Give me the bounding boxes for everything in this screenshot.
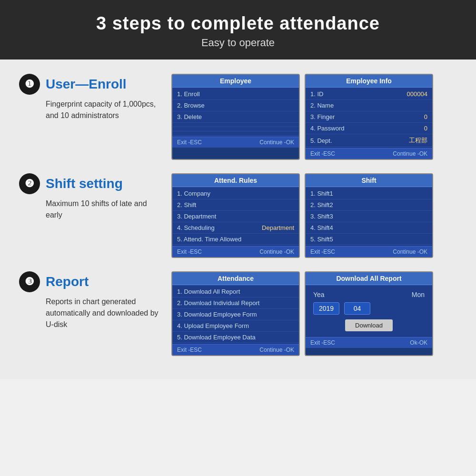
footer-right-label: Continue -OK bbox=[259, 139, 294, 146]
step-row-1: ❶User—EnrollFingerprint capacity of 1,00… bbox=[19, 74, 457, 160]
screen-footer-3-1: Exit -ESCContinue -OK bbox=[172, 344, 299, 355]
screen-row-item: 1. Shift1 bbox=[306, 188, 432, 199]
screen-row-item: 3. Delete bbox=[172, 111, 299, 123]
screen-row-item: 4. Upload Employee Form bbox=[172, 320, 299, 332]
screen-row-label: 1. Company bbox=[177, 190, 294, 197]
screen-row-label: 5. Shift5 bbox=[310, 236, 427, 243]
screen-body-1-1: 1. Enroll2. Browse3. Delete bbox=[172, 88, 299, 137]
screen-row-label: 4. Shift4 bbox=[310, 224, 427, 231]
footer-right-label: Ok-OK bbox=[410, 339, 427, 346]
step-title-3: Report bbox=[46, 274, 89, 289]
screen-body-1-2: 1. ID0000042. Name3. Finger04. Password0… bbox=[306, 88, 432, 148]
step-screens-1: Employee1. Enroll2. Browse3. DeleteExit … bbox=[171, 74, 457, 160]
screen-row-item: 2. Shift2 bbox=[306, 199, 432, 211]
screen-row-item: 3. Download Employee Form bbox=[172, 309, 299, 320]
page-header: 3 steps to complete attendance Easy to o… bbox=[0, 0, 476, 60]
screen-row-item: 2. Shift bbox=[172, 199, 299, 211]
footer-left-label: Exit -ESC bbox=[177, 248, 202, 255]
screen-row-label: 3. Finger bbox=[310, 113, 424, 120]
download-fields-row: 201904 bbox=[313, 302, 425, 315]
screen-row-item bbox=[172, 123, 299, 127]
screen-header-3-1: Attendance bbox=[172, 272, 299, 285]
screen-row-item bbox=[172, 127, 299, 131]
footer-right-label: Continue -OK bbox=[259, 347, 294, 353]
screen-row-label: 2. Browse bbox=[177, 102, 294, 109]
screen-row-item: 2. Download Individual Report bbox=[172, 298, 299, 309]
step-left-1: ❶User—EnrollFingerprint capacity of 1,00… bbox=[19, 74, 171, 121]
screen-row-label: 1. Shift1 bbox=[310, 190, 427, 197]
screen-footer-1-2: Exit -ESCContinue -OK bbox=[306, 148, 432, 159]
screen-row-label: 2. Shift bbox=[177, 201, 294, 208]
screen-row-item: 4. Shift4 bbox=[306, 222, 432, 234]
step-left-3: ❸ReportReports in chart generated automa… bbox=[19, 271, 171, 330]
step-row-2: ❷Shift settingMaximum 10 shifts of late … bbox=[19, 173, 457, 258]
screen-row-label: 3. Department bbox=[177, 213, 294, 220]
screen-row-value: 0 bbox=[424, 113, 427, 120]
footer-left-label: Exit -ESC bbox=[177, 347, 202, 353]
footer-left-label: Exit -ESC bbox=[310, 248, 335, 255]
step-title-1: User—Enroll bbox=[46, 77, 127, 92]
screen-row-label: 4. Scheduling bbox=[177, 224, 262, 231]
footer-left-label: Exit -ESC bbox=[310, 339, 335, 346]
screen-row-label: 1. Enroll bbox=[177, 90, 294, 98]
screen-row-item: 2. Browse bbox=[172, 100, 299, 111]
screen-body-2-2: 1. Shift12. Shift23. Shift34. Shift45. S… bbox=[306, 187, 432, 246]
main-content: ❶User—EnrollFingerprint capacity of 1,00… bbox=[0, 60, 476, 379]
screen-row-item: 5. Attend. Time Allowed bbox=[172, 234, 299, 245]
screen-row-item: 1. Download All Report bbox=[172, 286, 299, 298]
screen-footer-2-2: Exit -ESCContinue -OK bbox=[306, 246, 432, 257]
footer-left-label: Exit -ESC bbox=[177, 139, 202, 146]
month-field[interactable]: 04 bbox=[344, 302, 370, 315]
device-screen-1-1: Employee1. Enroll2. Browse3. DeleteExit … bbox=[171, 74, 300, 160]
page-subtitle: Easy to operate bbox=[10, 37, 466, 49]
step-desc-1: Fingerprint capacity of 1,000pcs, and 10… bbox=[46, 99, 162, 121]
screen-row-item: 1. ID000004 bbox=[306, 89, 432, 100]
screen-header-3-2: Download All Report bbox=[306, 272, 432, 285]
screen-row-label: 3. Shift3 bbox=[310, 213, 427, 220]
step-title-2: Shift setting bbox=[46, 176, 123, 191]
screen-footer-1-1: Exit -ESCContinue -OK bbox=[172, 137, 299, 148]
screen-row-item: 2. Name bbox=[306, 100, 432, 111]
screen-header-2-2: Shift bbox=[306, 174, 432, 187]
screen-row-label: 5. Dept. bbox=[310, 137, 409, 144]
step-left-2: ❷Shift settingMaximum 10 shifts of late … bbox=[19, 173, 171, 221]
screen-row-item: 5. Dept.工程部 bbox=[306, 134, 432, 147]
year-field[interactable]: 2019 bbox=[313, 302, 339, 315]
screen-row-item: 3. Shift3 bbox=[306, 211, 432, 222]
device-screen-2-1: Attend. Rules1. Company2. Shift3. Depart… bbox=[171, 173, 300, 258]
screen-row-label: 1. Download All Report bbox=[177, 288, 294, 295]
device-screen-1-2: Employee Info1. ID0000042. Name3. Finger… bbox=[305, 74, 433, 160]
footer-right-label: Continue -OK bbox=[259, 248, 294, 255]
screen-header-1-1: Employee bbox=[172, 75, 299, 88]
screen-row-label: 2. Name bbox=[310, 102, 427, 109]
screen-row-item: 1. Enroll bbox=[172, 89, 299, 100]
step-desc-3: Reports in chart generated automatically… bbox=[46, 296, 162, 330]
footer-right-label: Continue -OK bbox=[393, 248, 427, 255]
screen-header-2-1: Attend. Rules bbox=[172, 174, 299, 187]
download-button[interactable]: Download bbox=[345, 319, 393, 331]
step-circle-2: ❷ bbox=[19, 173, 40, 194]
screen-row-item: 5. Shift5 bbox=[306, 234, 432, 245]
screen-row-label: 2. Shift2 bbox=[310, 201, 427, 208]
screen-row-label: 5. Attend. Time Allowed bbox=[177, 236, 294, 243]
screen-row-item: 3. Finger0 bbox=[306, 111, 432, 123]
screen-row-value: 工程部 bbox=[409, 136, 427, 145]
step-screens-3: Attendance1. Download All Report2. Downl… bbox=[171, 271, 457, 356]
screen-row-item: 4. Password0 bbox=[306, 123, 432, 134]
screen-row-label: 5. Download Employee Data bbox=[177, 334, 294, 341]
step-circle-1: ❶ bbox=[19, 74, 40, 95]
screen-row-item: 4. SchedulingDepartment bbox=[172, 222, 299, 234]
screen-row-label: 3. Download Employee Form bbox=[177, 311, 294, 318]
download-screen-body: YeaMon201904Download bbox=[306, 285, 432, 337]
screen-row-label: 4. Password bbox=[310, 125, 424, 132]
screen-row-label: 2. Download Individual Report bbox=[177, 299, 294, 307]
screen-body-2-1: 1. Company2. Shift3. Department4. Schedu… bbox=[172, 187, 299, 246]
screen-row-label: 3. Delete bbox=[177, 113, 294, 120]
device-screen-2-2: Shift1. Shift12. Shift23. Shift34. Shift… bbox=[305, 173, 433, 258]
screen-header-1-2: Employee Info bbox=[306, 75, 432, 88]
download-labels-row: YeaMon bbox=[313, 291, 425, 298]
screen-row-value: Department bbox=[262, 224, 294, 231]
screen-row-item: 1. Company bbox=[172, 188, 299, 199]
screen-row-item bbox=[172, 131, 299, 136]
screen-footer-3-2: Exit -ESCOk-OK bbox=[306, 337, 432, 348]
